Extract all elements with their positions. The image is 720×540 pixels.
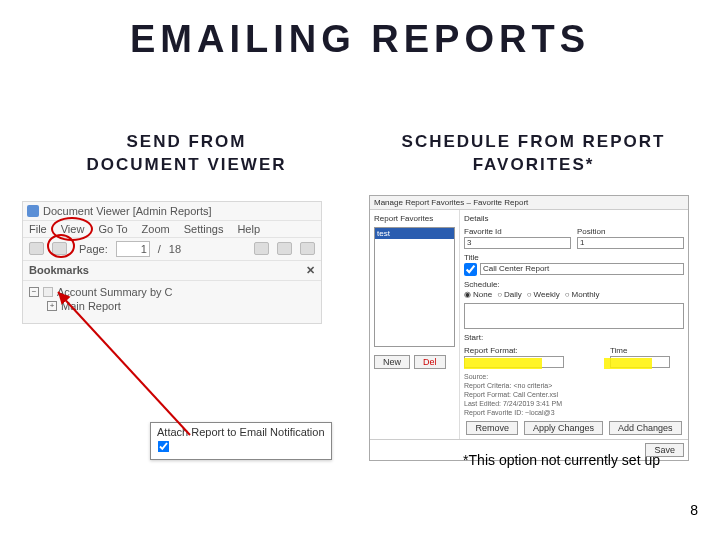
- radio-daily[interactable]: ○ Daily: [497, 290, 522, 299]
- col-right-heading-line1: SCHEDULE FROM REPORT: [369, 131, 698, 154]
- time-field[interactable]: [610, 356, 670, 368]
- title-enable-checkbox[interactable]: [464, 263, 477, 276]
- remove-button[interactable]: Remove: [466, 421, 518, 435]
- time-label: Time: [610, 346, 670, 355]
- tree-child-row[interactable]: + Main Report: [29, 299, 315, 313]
- menu-file[interactable]: File: [29, 223, 47, 235]
- open-icon[interactable]: [29, 242, 44, 255]
- title-label: Title: [464, 253, 684, 262]
- attach-report-popup: Attach Report to Email Notification: [150, 422, 332, 460]
- docviewer-app-icon: [27, 205, 39, 217]
- page-sep: /: [158, 243, 161, 255]
- col-left-heading-line2: DOCUMENT VIEWER: [22, 154, 351, 177]
- col-send-from-docviewer: SEND FROM DOCUMENT VIEWER Document Viewe…: [22, 131, 351, 461]
- menu-goto[interactable]: Go To: [98, 223, 127, 235]
- radio-monthly[interactable]: ○ Monthly: [565, 290, 600, 299]
- title-field[interactable]: Call Center Report: [480, 263, 684, 275]
- col-right-heading: SCHEDULE FROM REPORT FAVORITES*: [369, 131, 698, 177]
- col-right-heading-line2: FAVORITES*: [369, 154, 698, 177]
- favwin-left-panel: Report Favorites test New Del: [370, 210, 460, 439]
- add-changes-button[interactable]: Add Changes: [609, 421, 682, 435]
- bookmarks-header: Bookmarks ✕: [23, 261, 321, 281]
- radio-weekly[interactable]: ○ Weekly: [527, 290, 560, 299]
- reportformat-field[interactable]: [464, 356, 564, 368]
- page-number: 8: [690, 502, 698, 518]
- tree-expand-icon[interactable]: +: [47, 301, 57, 311]
- docviewer-menubar: File View Go To Zoom Settings Help: [23, 221, 321, 238]
- favoriteid-label: Favorite Id: [464, 227, 571, 236]
- favorites-selected-item[interactable]: test: [375, 228, 454, 239]
- new-favorite-button[interactable]: New: [374, 355, 410, 369]
- menu-settings[interactable]: Settings: [184, 223, 224, 235]
- col-schedule-favorites: SCHEDULE FROM REPORT FAVORITES* Manage R…: [369, 131, 698, 461]
- menu-zoom[interactable]: Zoom: [142, 223, 170, 235]
- bookmarks-close-icon[interactable]: ✕: [306, 264, 315, 277]
- attach-report-label: Attach Report to Email Notification: [157, 426, 325, 438]
- tree-root-label: Account Summary by C: [57, 286, 173, 298]
- page-label: Page:: [79, 243, 108, 255]
- menu-help[interactable]: Help: [237, 223, 260, 235]
- docviewer-toolbar: Page: 1 / 18: [23, 238, 321, 261]
- copy-icon[interactable]: [254, 242, 269, 255]
- docviewer-title: Document Viewer [Admin Reports]: [43, 205, 212, 217]
- page-total: 18: [169, 243, 181, 255]
- position-field[interactable]: 1: [577, 237, 684, 249]
- favorites-window: Manage Report Favorites – Favorite Repor…: [369, 195, 689, 461]
- start-label: Start:: [464, 333, 684, 342]
- favoriteid-field[interactable]: 3: [464, 237, 571, 249]
- schedule-details-box[interactable]: [464, 303, 684, 329]
- paste-icon[interactable]: [277, 242, 292, 255]
- details-label: Details: [464, 214, 684, 223]
- menu-view-label: View: [61, 223, 85, 235]
- docviewer-titlebar: Document Viewer [Admin Reports]: [23, 202, 321, 221]
- print-icon[interactable]: [52, 242, 67, 255]
- radio-none[interactable]: ◉ None: [464, 290, 492, 299]
- favwin-right-panel: Details Favorite Id 3 Position 1 Tit: [460, 210, 688, 439]
- favorites-listbox[interactable]: test: [374, 227, 455, 347]
- document-viewer-screenshot: Document Viewer [Admin Reports] File Vie…: [22, 201, 322, 324]
- position-label: Position: [577, 227, 684, 236]
- col-left-heading-line1: SEND FROM: [22, 131, 351, 154]
- favwin-title: Manage Report Favorites – Favorite Repor…: [370, 196, 688, 210]
- attach-report-checkbox[interactable]: [158, 441, 170, 453]
- menu-view[interactable]: View: [61, 223, 85, 235]
- source-block: Source: Report Criteria: <no criteria> R…: [464, 372, 684, 417]
- report-favorites-label: Report Favorites: [374, 214, 455, 223]
- tree-doc-icon: [43, 287, 53, 297]
- reportformat-label: Report Format:: [464, 346, 564, 355]
- find-icon[interactable]: [300, 242, 315, 255]
- footnote: *This option not currently set up: [463, 452, 660, 468]
- col-left-heading: SEND FROM DOCUMENT VIEWER: [22, 131, 351, 177]
- schedule-label: Schedule:: [464, 280, 684, 289]
- slide-title: EMAILING REPORTS: [0, 18, 720, 61]
- page-current-field[interactable]: 1: [116, 241, 150, 257]
- tree-collapse-icon[interactable]: −: [29, 287, 39, 297]
- bookmarks-tree: − Account Summary by C + Main Report: [23, 281, 321, 323]
- delete-favorite-button[interactable]: Del: [414, 355, 446, 369]
- apply-changes-button[interactable]: Apply Changes: [524, 421, 603, 435]
- tree-root-row[interactable]: − Account Summary by C: [29, 285, 315, 299]
- tree-child-label: Main Report: [61, 300, 121, 312]
- bookmarks-label: Bookmarks: [29, 264, 89, 276]
